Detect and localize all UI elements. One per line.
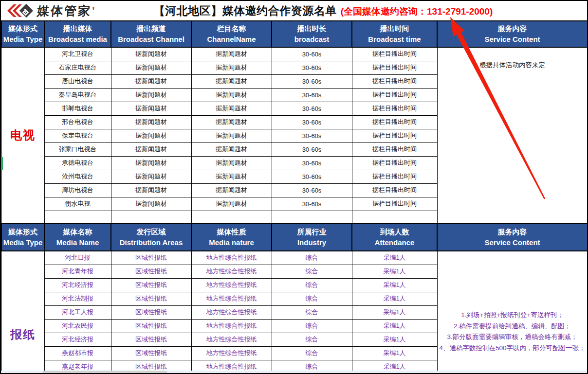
np-cell-nature: 地方性综合性报纸 <box>191 305 272 319</box>
np-cell-attendance: 采编1人 <box>352 278 437 292</box>
tv-cell-media: 邢台电视台 <box>44 115 111 129</box>
np-cell-area: 区域性报纸 <box>111 265 191 278</box>
horizontal-scrollbar-track[interactable] <box>1 371 587 373</box>
tv-header-en: Broadcast Channel <box>111 34 191 45</box>
tv-cell-media: 廊坊电视台 <box>44 183 111 197</box>
tv-cell-channel: 据新闻题材 <box>111 47 191 61</box>
np-cell-area: 区域性报纸 <box>111 319 191 333</box>
tv-cell-channel: 据新闻题材 <box>111 102 191 115</box>
np-cell-attendance: 采编1人 <box>352 346 437 360</box>
spreadsheet-page: 媒体管家 ’ 【河北地区】媒体邀约合作资源名单 (全国媒体邀约咨询：131-27… <box>0 0 588 374</box>
np-cell-nature: 地方性综合性报纸 <box>191 292 272 305</box>
tv-cell-program: 据新闻题材 <box>191 102 272 115</box>
tv-cell-time: 据栏目播出时间 <box>352 102 437 115</box>
tv-cell-duration: 30-60s <box>272 88 352 102</box>
np-cell-area: 区域性报纸 <box>111 292 191 305</box>
title-bar: 媒体管家 ’ 【河北地区】媒体邀约合作资源名单 (全国媒体邀约咨询：131-27… <box>1 1 587 20</box>
np-service-line: 2.稿件需要提前给到通稿、编辑、配图； <box>438 321 588 332</box>
np-category-cell: 报纸 <box>1 251 44 374</box>
np-cell-name: 河北日报 <box>44 251 111 265</box>
tv-header-col-1: 播出媒体Broadcast media <box>44 21 111 47</box>
newspaper-media-table: 媒体形式Media Type媒体名称Media Name发行区域Distribu… <box>1 223 588 374</box>
np-cell-attendance: 采编1人 <box>352 333 437 346</box>
tv-empty-cell <box>352 211 437 223</box>
np-row: 报纸河北日报区域性报纸地方性综合性报纸综合采编1人1.到场+拍照+报纸刊登+寄送… <box>1 251 588 265</box>
tv-header-zh: 播出频道 <box>111 23 191 34</box>
np-service-line: 3.部分版面需要编辑审核，通稿会略有删减； <box>438 332 588 343</box>
tv-cell-channel: 据新闻题材 <box>111 183 191 197</box>
np-cell-name: 河北工人报 <box>44 305 111 319</box>
tv-cell-program: 据新闻题材 <box>191 197 272 211</box>
np-header-col-0: 媒体形式Media Type <box>1 223 44 251</box>
newspaper-header-row: 媒体形式Media Type媒体名称Media Name发行区域Distribu… <box>1 223 588 251</box>
tv-cell-media: 张家口电视台 <box>44 142 111 156</box>
np-service-line: 4、通稿字数控制在500字以内，部分可配图一张； <box>438 343 588 354</box>
tv-cell-time: 据栏目播出时间 <box>352 183 437 197</box>
tv-cell-media: 邯郸电视台 <box>44 102 111 115</box>
tv-cell-program: 据新闻题材 <box>191 61 272 74</box>
tv-cell-program: 据新闻题材 <box>191 115 272 129</box>
tv-cell-channel: 据新闻题材 <box>111 197 191 211</box>
tv-cell-program: 据新闻题材 <box>191 74 272 88</box>
np-cell-name: 河北经济报 <box>44 278 111 292</box>
tv-category-cell: 电视 <box>1 47 44 223</box>
page-title: 【河北地区】媒体邀约合作资源名单 <box>154 3 337 18</box>
tv-header-en: Media Type <box>2 34 44 45</box>
np-cell-name: 河北法制报 <box>44 292 111 305</box>
np-cell-nature: 地方性综合性报纸 <box>191 319 272 333</box>
tv-cell-program: 据新闻题材 <box>191 129 272 142</box>
np-cell-attendance: 采编1人 <box>352 319 437 333</box>
np-cell-industry: 综合 <box>272 292 352 305</box>
tv-header-col-4: 播出时长broadcast <box>272 21 352 47</box>
tv-header-en: ChannelName <box>192 34 271 45</box>
np-cell-industry: 综合 <box>272 251 352 265</box>
tv-cell-duration: 30-60s <box>272 156 352 170</box>
np-header-en: Industry <box>272 237 351 248</box>
tv-cell-time: 据栏目播出时间 <box>352 74 437 88</box>
tv-cell-channel: 据新闻题材 <box>111 142 191 156</box>
np-cell-name: 燕赵都市报 <box>44 346 111 360</box>
np-cell-area: 区域性报纸 <box>111 251 191 265</box>
np-header-zh: 服务内容 <box>438 227 587 237</box>
np-cell-attendance: 采编1人 <box>352 265 437 278</box>
np-header-en: Service Content <box>438 237 587 248</box>
tv-header-en: broadcast <box>272 34 351 45</box>
np-header-col-6: 服务内容Service Content <box>437 223 588 251</box>
np-header-col-5: 到场人数Attendance <box>352 223 437 251</box>
np-cell-name: 河北农民报 <box>44 319 111 333</box>
tv-cell-media: 秦皇岛电视台 <box>44 88 111 102</box>
tv-media-table: 媒体形式Media Type播出媒体Broadcast media播出频道Bro… <box>1 20 588 224</box>
tv-cell-duration: 30-60s <box>272 47 352 61</box>
np-cell-industry: 综合 <box>272 278 352 292</box>
hotline-phone: (全国媒体邀约咨询：131-2791-2000) <box>341 5 493 18</box>
np-cell-industry: 综合 <box>272 305 352 319</box>
tv-header-en: Broadcast media <box>45 34 110 45</box>
brand-logo: 媒体管家 ’ <box>4 2 95 19</box>
tv-cell-media: 承德电视台 <box>44 156 111 170</box>
tv-cell-program: 据新闻题材 <box>191 170 272 183</box>
tv-cell-program: 据新闻题材 <box>191 88 272 102</box>
np-header-col-1: 媒体名称Media Name <box>44 223 111 251</box>
np-header-zh: 媒体形式 <box>2 227 44 237</box>
np-cell-attendance: 采编1人 <box>352 305 437 319</box>
tv-cell-media: 保定电视台 <box>44 129 111 142</box>
np-header-en: Distribution Areas <box>111 237 191 248</box>
tv-cell-channel: 据新闻题材 <box>111 129 191 142</box>
tv-cell-channel: 据新闻题材 <box>111 88 191 102</box>
tv-cell-duration: 30-60s <box>272 102 352 115</box>
tv-cell-duration: 30-60s <box>272 142 352 156</box>
tv-header-col-6: 服务内容Service Content <box>437 21 588 47</box>
tv-empty-cell <box>111 211 191 223</box>
tv-cell-media: 衡水电视 <box>44 197 111 211</box>
horizontal-scrollbar-thumb[interactable] <box>43 371 167 373</box>
row-selection-strip <box>1 157 3 170</box>
tv-cell-media: 石家庄电视台 <box>44 61 111 74</box>
tv-cell-channel: 据新闻题材 <box>111 170 191 183</box>
np-cell-attendance: 采编1人 <box>352 251 437 265</box>
tv-cell-time: 据栏目播出时间 <box>352 88 437 102</box>
tv-empty-cell <box>272 211 352 223</box>
tv-header-row: 媒体形式Media Type播出媒体Broadcast media播出频道Bro… <box>1 21 588 47</box>
tv-cell-time: 据栏目播出时间 <box>352 170 437 183</box>
np-header-zh: 媒体名称 <box>45 227 110 237</box>
tv-cell-time: 据栏目播出时间 <box>352 61 437 74</box>
